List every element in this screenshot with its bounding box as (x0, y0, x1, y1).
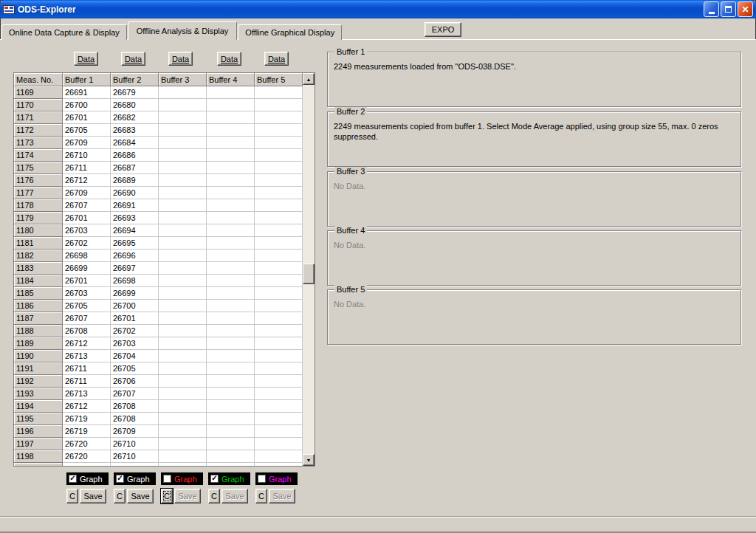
value-cell[interactable] (207, 224, 255, 237)
save-button[interactable]: Save (127, 489, 154, 503)
row-header-cell[interactable]: 1172 (14, 124, 63, 137)
row-header-cell[interactable]: 1177 (14, 187, 63, 199)
value-cell[interactable] (255, 137, 303, 149)
row-header-cell[interactable]: 1176 (14, 174, 63, 187)
value-cell[interactable] (207, 362, 255, 375)
graph-checkbox[interactable] (258, 475, 266, 483)
value-cell[interactable] (207, 413, 255, 425)
value-cell[interactable] (159, 425, 207, 438)
value-cell[interactable] (159, 438, 207, 450)
value-cell[interactable]: 26711 (63, 375, 111, 388)
value-cell[interactable] (159, 237, 207, 250)
value-cell[interactable] (159, 124, 207, 137)
value-cell[interactable] (207, 99, 255, 111)
value-cell[interactable]: 26703 (111, 337, 159, 350)
row-header-cell[interactable]: 1170 (14, 99, 63, 111)
value-cell[interactable] (255, 300, 303, 312)
row-header-cell[interactable]: 1191 (14, 362, 63, 375)
column-header-buffer4[interactable]: Buffer 4 (207, 73, 255, 86)
data-button-buffer2[interactable]: Data (121, 52, 145, 66)
graph-toggle-buffer4[interactable]: Graph (208, 472, 250, 485)
value-cell[interactable] (255, 287, 303, 300)
value-cell[interactable]: 26679 (111, 86, 159, 99)
value-cell[interactable] (159, 262, 207, 275)
value-cell[interactable]: 26703 (63, 224, 111, 237)
value-cell[interactable] (255, 162, 303, 174)
value-cell[interactable]: 26719 (63, 425, 111, 438)
value-cell[interactable]: 26682 (111, 111, 159, 124)
row-header-cell[interactable]: 1175 (14, 162, 63, 174)
value-cell[interactable] (255, 400, 303, 413)
graph-checkbox[interactable] (163, 475, 171, 483)
graph-toggle-buffer5[interactable]: Graph (255, 472, 298, 485)
data-button-buffer5[interactable]: Data (264, 52, 289, 66)
column-header-buffer3[interactable]: Buffer 3 (159, 73, 207, 86)
value-cell[interactable]: 26711 (111, 463, 159, 467)
scroll-down-button[interactable]: ▼ (303, 454, 315, 466)
graph-checkbox[interactable] (69, 475, 77, 483)
value-cell[interactable]: 26704 (111, 350, 159, 362)
value-cell[interactable] (255, 275, 303, 287)
value-cell[interactable] (255, 199, 303, 212)
row-header-cell[interactable]: 1199 (14, 463, 63, 467)
value-cell[interactable]: 26695 (111, 237, 159, 250)
value-cell[interactable]: 26712 (63, 400, 111, 413)
value-cell[interactable]: 26698 (111, 275, 159, 287)
value-cell[interactable] (207, 425, 255, 438)
value-cell[interactable] (207, 337, 255, 350)
value-cell[interactable] (207, 450, 255, 463)
save-button[interactable]: Save (174, 489, 201, 503)
save-button[interactable]: Save (269, 489, 295, 503)
value-cell[interactable]: 26713 (63, 350, 111, 362)
value-cell[interactable] (207, 463, 255, 467)
value-cell[interactable]: 26699 (111, 287, 159, 300)
value-cell[interactable]: 26701 (63, 212, 111, 224)
row-header-cell[interactable]: 1188 (14, 325, 63, 337)
column-header-buffer5[interactable]: Buffer 5 (255, 73, 303, 86)
row-header-cell[interactable]: 1180 (14, 224, 63, 237)
value-cell[interactable]: 26691 (111, 199, 159, 212)
value-cell[interactable] (159, 337, 207, 350)
value-cell[interactable] (159, 187, 207, 199)
value-cell[interactable] (159, 325, 207, 337)
value-cell[interactable] (207, 300, 255, 312)
value-cell[interactable] (255, 174, 303, 187)
row-header-cell[interactable]: 1174 (14, 149, 63, 162)
value-cell[interactable]: 26712 (63, 174, 111, 187)
value-cell[interactable]: 26700 (111, 300, 159, 312)
value-cell[interactable] (207, 199, 255, 212)
value-cell[interactable]: 26696 (111, 250, 159, 262)
row-header-cell[interactable]: 1173 (14, 137, 63, 149)
tab-offline-graphical[interactable]: Offline Graphical Display (238, 24, 342, 40)
value-cell[interactable] (207, 312, 255, 325)
value-cell[interactable] (159, 250, 207, 262)
value-cell[interactable]: 26721 (63, 463, 111, 467)
value-cell[interactable]: 26708 (111, 413, 159, 425)
value-cell[interactable] (207, 212, 255, 224)
value-cell[interactable] (255, 262, 303, 275)
value-cell[interactable] (207, 325, 255, 337)
value-cell[interactable] (207, 237, 255, 250)
value-cell[interactable]: 26708 (111, 400, 159, 413)
value-cell[interactable] (159, 450, 207, 463)
value-cell[interactable] (159, 174, 207, 187)
value-cell[interactable] (159, 375, 207, 388)
value-cell[interactable] (207, 162, 255, 174)
value-cell[interactable] (159, 362, 207, 375)
value-cell[interactable] (159, 99, 207, 111)
value-cell[interactable]: 26683 (111, 124, 159, 137)
value-cell[interactable]: 26708 (63, 325, 111, 337)
row-header-cell[interactable]: 1182 (14, 250, 63, 262)
value-cell[interactable]: 26710 (63, 149, 111, 162)
row-header-cell[interactable]: 1171 (14, 111, 63, 124)
value-cell[interactable] (255, 212, 303, 224)
value-cell[interactable] (255, 325, 303, 337)
value-cell[interactable]: 26720 (63, 450, 111, 463)
value-cell[interactable]: 26697 (111, 262, 159, 275)
value-cell[interactable]: 26703 (63, 287, 111, 300)
value-cell[interactable] (159, 300, 207, 312)
value-cell[interactable] (255, 438, 303, 450)
value-cell[interactable] (255, 425, 303, 438)
value-cell[interactable]: 26711 (63, 162, 111, 174)
value-cell[interactable] (255, 86, 303, 99)
